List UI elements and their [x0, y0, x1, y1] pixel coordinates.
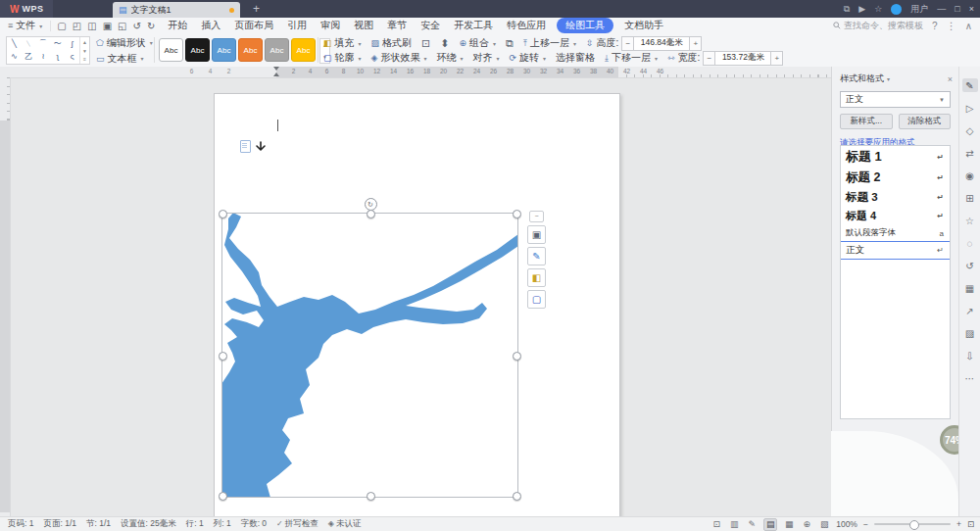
wrap-button[interactable]: 环绕▾ [436, 52, 463, 65]
clear-format-button[interactable]: 清除格式 [899, 114, 952, 129]
resize-handle-w[interactable] [219, 352, 227, 361]
menu-item[interactable]: 章节 [387, 19, 407, 32]
first-line-indent-marker[interactable] [273, 67, 279, 71]
gallery-more-icon[interactable]: ≡ [83, 56, 86, 62]
resize-handle-se[interactable] [513, 492, 521, 501]
resize-handle-e[interactable] [513, 352, 521, 361]
undo-icon[interactable]: ↺ [133, 21, 141, 31]
style-list-item[interactable]: 正文 ↵ [840, 241, 951, 260]
zoom-in-button[interactable]: + [956, 519, 961, 529]
maximize-button[interactable]: □ [955, 4, 959, 14]
drawing-tools-tab[interactable]: 绘图工具 [557, 18, 613, 33]
resize-handle-nw[interactable] [219, 210, 227, 218]
horizontal-ruler[interactable]: 642 246810121416182022242628303234363840… [0, 67, 831, 78]
style-list-item[interactable]: 默认段落字体 a [841, 225, 950, 241]
zoom-level[interactable]: 100% [836, 519, 858, 529]
fill-button[interactable]: ◧ 填充▾ [323, 37, 362, 50]
workspace-icon[interactable]: ⧉ [844, 4, 850, 15]
resize-handle-s[interactable] [367, 492, 375, 501]
shape-fill-button[interactable]: ◧ [527, 268, 546, 287]
menu-item[interactable]: 安全 [420, 19, 440, 32]
new-style-button[interactable]: 新样式... [840, 114, 893, 129]
outline-view-icon[interactable]: ▦ [783, 519, 795, 530]
menu-item[interactable]: 插入 [201, 19, 220, 32]
print-preview-icon[interactable]: ◱ [118, 21, 126, 31]
member-icon[interactable]: ☆ [874, 4, 882, 14]
close-button[interactable]: × [969, 4, 974, 14]
shape-gallery-item[interactable]: ╲ [7, 38, 22, 50]
file-menu[interactable]: ≡ 文件 ▾ [0, 19, 50, 32]
scroll-up-icon[interactable]: ▲ [82, 39, 87, 45]
style-swatch[interactable]: Abc [238, 38, 263, 62]
shape-gallery-item[interactable]: 〜 [50, 38, 65, 50]
panel-close-icon[interactable]: × [948, 74, 953, 84]
save-icon[interactable]: ◫ [87, 21, 96, 31]
compare-icon[interactable]: ⇄ [962, 146, 978, 160]
shape-gallery-item[interactable]: 乙 [22, 51, 36, 63]
menu-item[interactable]: 视图 [354, 19, 373, 32]
download-icon[interactable]: ⇩ [962, 349, 978, 362]
help-button[interactable]: ? [932, 21, 938, 31]
shape-selection-box[interactable]: ↻ [221, 213, 518, 498]
height-value[interactable]: 146.84毫米 [634, 36, 689, 51]
image-icon[interactable]: ▨ [962, 326, 978, 340]
menu-item[interactable]: 审阅 [320, 19, 340, 32]
chevron-down-icon[interactable]: ▾ [887, 75, 890, 82]
shape-gallery-item[interactable]: ∿ [7, 51, 22, 63]
height-increase-button[interactable]: + [689, 36, 702, 51]
command-search[interactable]: 查找命令、搜索模板 [833, 20, 923, 32]
width-value[interactable]: 153.72毫米 [715, 51, 770, 66]
menu-item[interactable]: 特色应用 [507, 19, 546, 32]
menu-item-assistant[interactable]: 文档助手 [624, 19, 663, 32]
help-icon[interactable]: ◌ [962, 236, 978, 250]
shape-gallery-item[interactable]: ʅ [50, 51, 65, 63]
menu-item[interactable]: 页面布局 [234, 19, 273, 32]
shape-effects-button[interactable]: ◈ 形状效果▾ [371, 52, 427, 65]
edit-shape-button[interactable]: ⬠ 编辑形状▾ [96, 36, 153, 49]
style-swatch[interactable]: Abc [265, 38, 289, 62]
template-store-icon[interactable]: ▶ [858, 4, 865, 14]
style-dropdown[interactable]: 正文 ▼ [840, 91, 951, 108]
shape-gallery-item[interactable]: ⌒ [36, 38, 51, 50]
style-swatch[interactable]: Abc [212, 38, 236, 62]
wrap-preview-icon[interactable]: ⊡ [421, 37, 430, 50]
write-mode-icon[interactable]: ✎ [746, 519, 758, 530]
width-decrease-button[interactable]: − [703, 51, 715, 66]
history-icon[interactable]: ↺ [962, 259, 978, 272]
redo-icon[interactable]: ↻ [147, 21, 155, 31]
style-swatch[interactable]: Abc [291, 38, 316, 62]
document-tab[interactable]: ▤ 文字文稿1 [113, 2, 240, 18]
user-name[interactable]: 用户 [910, 3, 928, 16]
shapes-icon[interactable]: ◇ [962, 123, 978, 137]
more-icon[interactable]: ⋯ [962, 371, 978, 385]
resize-handle-sw[interactable] [219, 492, 227, 501]
document-page[interactable]: ↻ − ▣ ✎ ◧ ▢ [214, 93, 620, 517]
group-button[interactable]: ⊕ 组合▾ [459, 37, 496, 50]
fullscreen-icon[interactable]: ⊡ [710, 519, 722, 530]
spellcheck-button[interactable]: ✓拼写检查 [276, 518, 318, 530]
zoom-out-button[interactable]: − [863, 519, 868, 529]
layout-options-button[interactable]: ▣ [527, 225, 546, 244]
menu-item[interactable]: 开发工具 [454, 19, 493, 32]
fit-page-button[interactable]: ⊡ [967, 519, 974, 529]
new-file-icon[interactable]: ▢ [57, 21, 66, 31]
lock-icon[interactable]: ◉ [962, 169, 978, 182]
more-menu-icon[interactable]: ⋮ [947, 21, 956, 31]
table-icon[interactable]: ▦ [962, 281, 978, 295]
shape-gallery-item[interactable]: ʃ [65, 38, 79, 50]
vertical-ruler[interactable] [0, 77, 11, 517]
menu-item[interactable]: 开始 [168, 19, 187, 32]
collapse-ribbon-icon[interactable]: ∧ [965, 21, 972, 31]
width-increase-button[interactable]: + [770, 51, 783, 66]
collapse-float-toolbar-button[interactable]: − [529, 211, 544, 222]
outline-button[interactable]: ▢ 轮廓▾ [323, 52, 362, 65]
align-button[interactable]: 对齐▾ [472, 52, 499, 65]
favorite-icon[interactable]: ☆ [962, 214, 978, 227]
page-view-icon[interactable]: ▤ [763, 518, 777, 531]
format-painter-button[interactable]: ▨ 格式刷 [371, 37, 413, 50]
shape-gallery[interactable]: ╲﹨⌒〜ʃ∿乙≀ʅς ▲ ▼ ≡ [6, 36, 90, 65]
copy-icon[interactable]: ⊞ [962, 191, 978, 205]
style-swatch[interactable]: Abc [185, 38, 210, 62]
scroll-down-icon[interactable]: ▼ [82, 48, 87, 54]
resize-handle-n[interactable] [367, 210, 375, 218]
